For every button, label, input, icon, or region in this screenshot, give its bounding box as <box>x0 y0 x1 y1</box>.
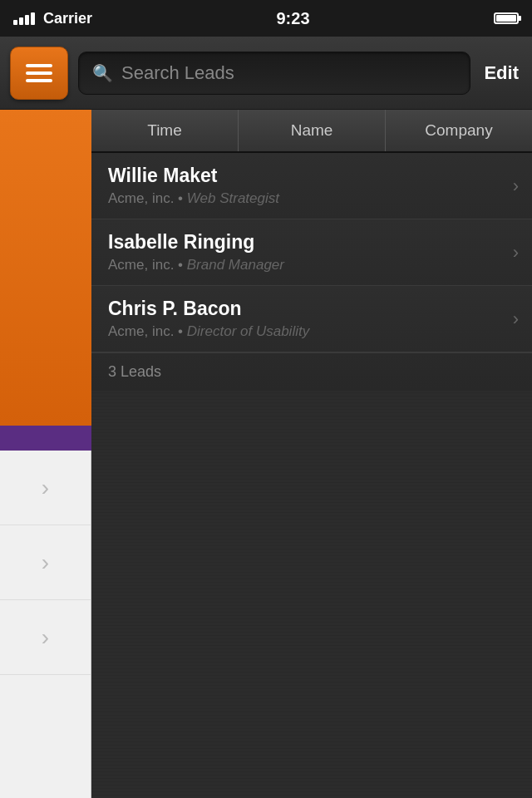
lead-row[interactable]: Isabelle Ringing Acme, inc. • Brand Mana… <box>91 219 532 286</box>
lead-name: Willie Maket <box>108 165 506 187</box>
search-icon: 🔍 <box>92 63 113 83</box>
search-input[interactable] <box>121 62 456 84</box>
lead-company: Acme, inc. <box>108 323 174 339</box>
edit-button[interactable]: Edit <box>480 56 522 91</box>
lead-info: Chris P. Bacon Acme, inc. • Director of … <box>108 298 506 340</box>
sort-tab-name[interactable]: Name <box>239 110 386 151</box>
lead-chevron-icon: › <box>513 242 519 264</box>
sort-tab-time[interactable]: Time <box>91 110 239 151</box>
battery-fill <box>496 15 516 22</box>
lead-title: Brand Manager <box>187 257 284 273</box>
sidebar-item-1[interactable]: › <box>0 451 91 525</box>
status-bar-left: Carrier <box>13 10 92 27</box>
nav-bar: 🔍 Edit <box>0 37 532 110</box>
lead-info: Isabelle Ringing Acme, inc. • Brand Mana… <box>108 231 506 273</box>
status-bar-right <box>494 12 519 24</box>
menu-button[interactable] <box>10 47 68 100</box>
chevron-right-icon: › <box>42 475 49 501</box>
sort-tab-company[interactable]: Company <box>386 110 532 151</box>
lead-company: Acme, inc. <box>108 190 174 206</box>
lead-row[interactable]: Willie Maket Acme, inc. • Web Strategist… <box>91 153 532 219</box>
leads-panel: Time Name Company Willie Maket Acme, inc… <box>91 110 532 798</box>
leads-count: 3 Leads <box>91 352 532 391</box>
lead-title: Director of Usability <box>187 323 309 339</box>
lead-name: Chris P. Bacon <box>108 298 506 320</box>
status-bar: Carrier 9:23 <box>0 0 532 37</box>
carrier-label: Carrier <box>43 10 92 27</box>
lead-name: Isabelle Ringing <box>108 231 506 254</box>
hamburger-icon <box>26 64 52 82</box>
sidebar-white: › › › <box>0 451 91 798</box>
lead-subtitle: Acme, inc. • Brand Manager <box>108 257 506 273</box>
main-content: › › › Time Name Company Wi <box>0 110 532 798</box>
chevron-right-icon: › <box>42 549 49 576</box>
sidebar-purple <box>0 426 91 451</box>
sidebar-orange <box>0 110 91 426</box>
sort-tabs: Time Name Company <box>91 110 532 153</box>
lead-subtitle: Acme, inc. • Director of Usability <box>108 323 506 340</box>
signal-bars-icon <box>13 12 35 25</box>
chevron-right-icon: › <box>42 624 49 651</box>
lead-chevron-icon: › <box>513 308 519 330</box>
sidebar-panel: › › › <box>0 110 91 798</box>
battery-icon <box>494 12 519 24</box>
sidebar-item-3[interactable]: › <box>0 600 91 675</box>
time-label: 9:23 <box>277 9 310 28</box>
lead-title: Web Strategist <box>187 190 279 206</box>
sidebar-item-2[interactable]: › <box>0 525 91 600</box>
lead-row[interactable]: Chris P. Bacon Acme, inc. • Director of … <box>91 286 532 352</box>
lead-company: Acme, inc. <box>108 257 174 273</box>
lead-chevron-icon: › <box>513 175 519 197</box>
lead-subtitle: Acme, inc. • Web Strategist <box>108 190 506 207</box>
search-bar: 🔍 <box>78 52 470 95</box>
lead-info: Willie Maket Acme, inc. • Web Strategist <box>108 165 506 207</box>
